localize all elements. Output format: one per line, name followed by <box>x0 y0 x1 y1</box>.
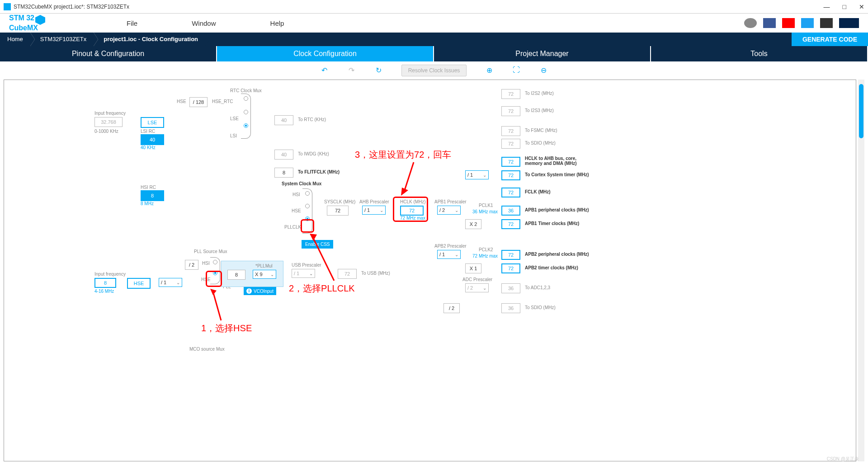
menu-window[interactable]: Window <box>192 19 216 27</box>
clock-toolbar: ↶ ↷ ↻ Resolve Clock Issues ⊕ ⛶ ⊖ <box>0 61 868 80</box>
tab-pinout[interactable]: Pinout & Configuration <box>0 46 217 61</box>
st-logo-icon[interactable] <box>839 18 859 28</box>
crumb-file[interactable]: project1.ioc - Clock Configuration <box>94 33 205 46</box>
sys-radio-hsi[interactable] <box>305 191 310 196</box>
title-bar: STM32CubeMX project1.ioc*: STM32F103ZETx… <box>0 0 868 14</box>
rtc-lse-label: LSE <box>230 116 239 121</box>
sysclk-label: SYSCLK (MHz) <box>324 199 355 204</box>
sdio2-label: To SDIO (MHz) <box>525 305 556 310</box>
tab-tools[interactable]: Tools <box>651 46 868 61</box>
system-clock-mux[interactable] <box>302 188 312 234</box>
zoom-out-icon[interactable]: ⊖ <box>539 66 548 75</box>
rtc-radio-hse[interactable] <box>244 96 248 101</box>
ahbout-label: HCLK to AHB bus, core, memory and DMA (M… <box>525 156 588 166</box>
usb-prescaler[interactable]: / 1 <box>292 269 315 278</box>
mco-label: MCO source Mux <box>189 347 225 352</box>
apb1t-mul: X 2 <box>465 219 481 229</box>
sysmux-pll: PLLCLK <box>284 225 301 230</box>
pll-in-value: 8 <box>227 270 245 280</box>
lse-input-value[interactable]: 32.768 <box>94 117 123 127</box>
twitter-icon[interactable] <box>801 18 814 28</box>
flitf-value: 8 <box>274 168 293 178</box>
flitf-label: To FLITFCLK (MHz) <box>298 169 340 174</box>
hclk-value[interactable]: 72 <box>400 206 424 216</box>
rtc-value: 40 <box>274 115 293 125</box>
apb1-prescaler[interactable]: / 2 <box>437 206 461 215</box>
rtc-out-label: To RTC (KHz) <box>298 117 326 122</box>
rtc-mux[interactable] <box>241 94 251 139</box>
sys-radio-pllclk[interactable] <box>305 216 310 221</box>
rtc-hsertc: HSE_RTC <box>212 99 233 104</box>
rtc-radio-lsi[interactable] <box>244 123 248 128</box>
logo-bar: STM 32CubeMX File Window Help <box>0 14 868 33</box>
zoom-in-icon[interactable]: ⊕ <box>485 66 494 75</box>
fsmc-value: 72 <box>501 126 520 136</box>
pllmul-label: *PLLMul <box>255 263 273 268</box>
hse-input-value[interactable]: 8 <box>94 278 116 288</box>
apb1t-label: APB1 Timer clocks (MHz) <box>525 221 579 226</box>
ahb-label: AHB Prescaler <box>359 199 389 204</box>
adc-prescaler[interactable]: / 2 <box>465 283 489 292</box>
annotation-text-3: 3，这里设置为72，回车 <box>355 149 451 161</box>
svg-line-4 <box>404 162 414 193</box>
crumb-chip[interactable]: STM32F103ZETx <box>30 33 94 46</box>
pclk2-label: PCLK2 <box>479 247 493 252</box>
rtc-div128: / 128 <box>189 97 208 107</box>
menu-help[interactable]: Help <box>270 19 284 27</box>
lsi-hz: 40 KHz <box>141 145 156 150</box>
pll-radio-hse[interactable] <box>213 271 217 275</box>
hsirc-label: HSI RC <box>141 185 156 190</box>
tab-clock[interactable]: Clock Configuration <box>217 46 434 61</box>
undo-icon[interactable]: ↶ <box>320 66 329 75</box>
sdio1-label: To SDIO (MHz) <box>525 141 556 146</box>
community-icon[interactable] <box>820 18 833 28</box>
ahb-prescaler[interactable]: / 1 <box>362 206 386 215</box>
social-logos <box>744 18 859 28</box>
pll-radio-hsi[interactable] <box>213 260 217 264</box>
adc-label: To ADC1,2,3 <box>525 285 550 290</box>
maximize-button[interactable]: □ <box>843 3 846 10</box>
hse-box[interactable]: HSE <box>127 278 151 289</box>
pllmul-select[interactable]: X 9 <box>253 270 276 279</box>
lse-box[interactable]: LSE <box>141 117 164 128</box>
hse-range: 4-16 MHz <box>94 289 114 294</box>
close-button[interactable]: ✕ <box>859 3 864 10</box>
enable-css-button[interactable]: Enable CSS <box>302 240 333 249</box>
i2s3-label: To I2S3 (MHz) <box>525 108 554 113</box>
sys-radio-hse[interactable] <box>305 204 310 208</box>
pll-div2: / 2 <box>185 260 198 270</box>
cortex-value: 72 <box>501 170 520 180</box>
menu-file[interactable]: File <box>127 19 137 27</box>
clock-diagram[interactable]: Input frequency 32.768 0-1000 KHz LSE LS… <box>4 80 856 461</box>
rtc-radio-lse[interactable] <box>244 110 248 114</box>
apb1p-value: 36 <box>501 206 520 216</box>
lse-range: 0-1000 KHz <box>94 129 118 134</box>
pclk2-max: 72 MHz max <box>472 254 498 258</box>
watermark: CSDN @吴正豪 <box>827 456 859 462</box>
sdio2-pre: / 2 <box>443 303 460 313</box>
fsmc-label: To FSMC (MHz) <box>525 128 557 133</box>
crumb-home[interactable]: Home <box>0 33 30 46</box>
lsirc-label: LSI RC <box>141 129 155 134</box>
annotation-text-1: 1，选择HSE <box>201 322 252 334</box>
refresh-icon[interactable]: ↻ <box>374 66 383 75</box>
pclk1-max: 36 MHz max <box>472 209 498 214</box>
apb2p-value: 72 <box>501 250 520 260</box>
usb-label: To USB (MHz) <box>361 271 390 276</box>
window-controls: — □ ✕ <box>824 3 864 10</box>
facebook-icon[interactable] <box>763 18 776 28</box>
vertical-scrollbar[interactable] <box>858 80 864 461</box>
scrollbar-thumb[interactable] <box>859 84 863 138</box>
minimize-button[interactable]: — <box>824 3 830 10</box>
fit-icon[interactable]: ⛶ <box>512 66 521 75</box>
cortex-pre[interactable]: / 1 <box>465 170 489 179</box>
generate-code-button[interactable]: GENERATE CODE <box>792 33 868 46</box>
tab-project[interactable]: Project Manager <box>434 46 651 61</box>
youtube-icon[interactable] <box>782 18 795 28</box>
usb-value: 72 <box>338 269 357 279</box>
hse-divider[interactable]: / 1 <box>159 278 182 287</box>
apb2t-value: 72 <box>501 263 520 273</box>
apb2-prescaler[interactable]: / 1 <box>437 250 461 259</box>
apb1p-label: APB1 peripheral clocks (MHz) <box>525 207 589 212</box>
pll-source-mux[interactable] <box>210 257 220 284</box>
